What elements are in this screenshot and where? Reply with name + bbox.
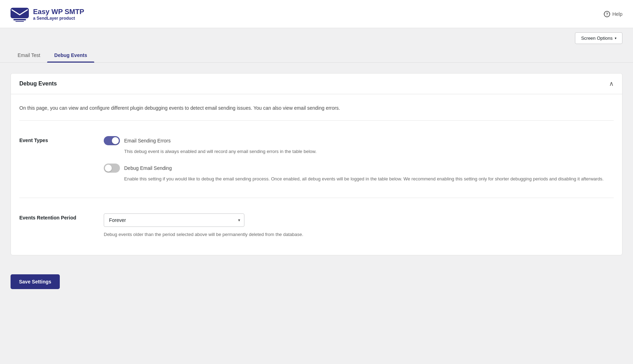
collapse-button[interactable]: ∧ (609, 80, 614, 88)
screen-options-label: Screen Options (581, 36, 613, 41)
retention-controls: Forever 1 Day 7 Days 30 Days 90 Days 180… (104, 213, 614, 238)
debug-email-sending-label: Debug Email Sending (124, 165, 172, 171)
email-sending-errors-description: This debug event is always enabled and w… (124, 148, 614, 155)
email-sending-errors-group: Email Sending Errors This debug event is… (104, 136, 614, 155)
description-text: On this page, you can view and configure… (19, 104, 614, 112)
main-content: Debug Events ∧ On this page, you can vie… (0, 63, 633, 266)
screen-options-button[interactable]: Screen Options ▾ (575, 32, 622, 44)
divider-2 (19, 198, 614, 198)
chevron-up-icon: ∧ (609, 80, 614, 88)
tab-debug-events[interactable]: Debug Events (47, 48, 94, 62)
event-types-row: Event Types Email Sending Errors (19, 129, 614, 189)
svg-rect-2 (15, 21, 24, 22)
svg-rect-1 (13, 19, 26, 20)
svg-rect-0 (11, 8, 29, 18)
event-types-controls: Email Sending Errors This debug event is… (104, 136, 614, 182)
help-link[interactable]: ? Help (604, 11, 622, 17)
retention-label: Events Retention Period (19, 213, 90, 221)
retention-dropdown-wrapper: Forever 1 Day 7 Days 30 Days 90 Days 180… (104, 213, 244, 227)
email-sending-errors-toggle[interactable] (104, 136, 120, 145)
help-icon: ? (604, 11, 610, 17)
tab-navigation: Email Test Debug Events (0, 48, 633, 63)
debug-email-sending-group: Debug Email Sending Enable this setting … (104, 164, 614, 183)
email-sending-errors-toggle-row: Email Sending Errors (104, 136, 614, 145)
logo: Easy WP SMTP a SendLayer product (11, 6, 84, 22)
save-settings-button[interactable]: Save Settings (11, 274, 60, 289)
event-types-label: Event Types (19, 136, 90, 143)
logo-brand: SendLayer (37, 16, 58, 21)
email-sending-errors-label: Email Sending Errors (124, 138, 171, 143)
debug-email-sending-toggle[interactable] (104, 164, 120, 173)
retention-description: Debug events older than the period selec… (104, 231, 614, 238)
chevron-down-icon: ▾ (615, 36, 616, 40)
retention-period-row: Events Retention Period Forever 1 Day 7 … (19, 206, 614, 245)
debug-events-card: Debug Events ∧ On this page, you can vie… (11, 73, 622, 255)
divider (19, 120, 614, 121)
tab-email-test[interactable]: Email Test (11, 48, 47, 62)
help-label: Help (612, 11, 622, 17)
header: Easy WP SMTP a SendLayer product ? Help (0, 0, 633, 28)
screen-options-bar: Screen Options ▾ (0, 28, 633, 44)
card-header: Debug Events ∧ (11, 74, 622, 94)
debug-email-sending-toggle-row: Debug Email Sending (104, 164, 614, 173)
debug-email-sending-description: Enable this setting if you would like to… (124, 175, 614, 183)
logo-subtitle: a SendLayer product (33, 16, 84, 21)
card-title: Debug Events (19, 81, 57, 87)
logo-icon (11, 6, 29, 22)
logo-text: Easy WP SMTP a SendLayer product (33, 7, 84, 21)
retention-period-select[interactable]: Forever 1 Day 7 Days 30 Days 90 Days 180… (104, 213, 244, 227)
save-section: Save Settings (0, 266, 633, 298)
card-body: On this page, you can view and configure… (11, 94, 622, 255)
logo-title: Easy WP SMTP (33, 7, 84, 16)
